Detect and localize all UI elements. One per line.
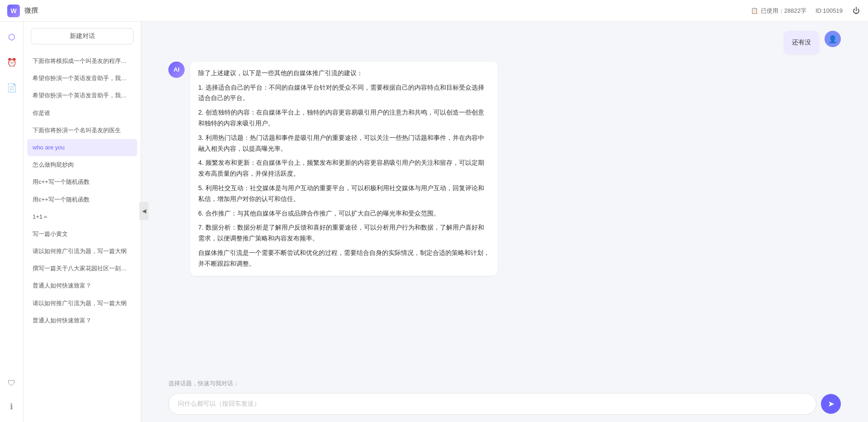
ai-message-paragraph: 除了上述建议，以下是一些其他的自媒体推广引流的建议：: [198, 68, 490, 79]
app-title: 微撰: [24, 6, 38, 15]
sidebar-conversation-item[interactable]: 写一篇小黄文: [27, 225, 137, 243]
ai-message-bubble: 除了上述建议，以下是一些其他的自媒体推广引流的建议：1. 选择适合自己的平台：不…: [190, 62, 498, 276]
user-message-bubble: 还有没: [784, 31, 819, 54]
sidebar-conversation-item[interactable]: 用c++写一个随机函数: [27, 173, 137, 191]
info-icon[interactable]: ℹ: [4, 398, 20, 415]
sidebar-conversation-item[interactable]: who are you: [27, 139, 137, 156]
sidebar-conversation-item[interactable]: 1+1＝: [27, 208, 137, 225]
ai-message-paragraph: 5. 利用社交互动：社交媒体是与用户互动的重要平台，可以积极利用社交媒体与用户互…: [198, 183, 490, 205]
sidebar-conversation-item[interactable]: 怎么做狗屁炒肉: [27, 156, 137, 173]
ai-message-paragraph: 1. 选择适合自己的平台：不同的自媒体平台针对的受众不同，需要根据自己的内容特点…: [198, 82, 490, 104]
user-id: ID:100519: [816, 7, 843, 14]
icon-bar: ⬡ ⏰ 📄 🛡 ℹ: [0, 22, 24, 422]
sidebar-conversation-item[interactable]: 用c++写一个随机函数: [27, 191, 137, 208]
sidebar-conversation-item[interactable]: 希望你扮演一个英语发音助手，我提供给你...: [27, 70, 137, 87]
new-conversation-button[interactable]: 新建对话: [31, 28, 134, 44]
ai-avatar: AI: [168, 62, 185, 78]
ai-message-paragraph: 4. 频繁发布和更新：在自媒体平台上，频繁发布和更新的内容更容易吸引用户的关注和…: [198, 158, 490, 179]
conversation-list: 下面你将模拟成一个叫圣友的程序员，我说...希望你扮演一个英语发音助手，我提供给…: [24, 51, 141, 422]
sidebar-conversation-item[interactable]: 你是谁: [27, 105, 137, 122]
ai-message-paragraph: 7. 数据分析：数据分析是了解用户反馈和喜好的重要途径，可以分析用户行为和数据，…: [198, 222, 490, 244]
app-logo: W: [7, 5, 20, 17]
user-message-text: 还有没: [792, 38, 811, 46]
main-layout: ⬡ ⏰ 📄 🛡 ℹ 新建对话 下面你将模拟成一个叫圣友的程序员，我说...希望你…: [0, 22, 868, 422]
ai-message-paragraph: 6. 合作推广：与其他自媒体平台或品牌合作推广，可以扩大自己的曝光率和受众范围。: [198, 208, 490, 219]
shield-icon[interactable]: 🛡: [4, 375, 20, 391]
power-button[interactable]: ⏻: [852, 6, 861, 15]
sidebar-item-clock[interactable]: ⏰: [4, 54, 20, 71]
sidebar-item-document[interactable]: 📄: [4, 80, 20, 96]
sidebar-conversation-item[interactable]: 请以如何推广引流为题，写一篇大纲: [27, 243, 137, 260]
ai-message-paragraph: 2. 创造独特的内容：在自媒体平台上，独特的内容更容易吸引用户的注意力和共鸣，可…: [198, 107, 490, 129]
sidebar-conversation-item[interactable]: 希望你扮演一个英语发音助手，我提供给你...: [27, 87, 137, 104]
message-row: AI 除了上述建议，以下是一些其他的自媒体推广引流的建议：1. 选择适合自己的平…: [168, 62, 841, 276]
header: W 微撰 📋 已使用：28822字 ID:100519 ⏻: [0, 0, 868, 22]
usage-display: 📋 已使用：28822字: [751, 7, 806, 15]
sidebar-conversation-item[interactable]: 请以如何推广引流为题，写一篇大纲: [27, 295, 137, 312]
sidebar-collapse-button[interactable]: ◀: [139, 202, 148, 220]
input-area: 问什么都可以（按回车发送） ➤: [141, 389, 868, 422]
sidebar-conversation-item[interactable]: 下面你将模拟成一个叫圣友的程序员，我说...: [27, 53, 137, 70]
chat-messages: 👤 还有没 AI 除了上述建议，以下是一些其他的自媒体推广引流的建议：1. 选择…: [141, 22, 868, 375]
send-icon: ➤: [828, 399, 835, 409]
sidebar-conversation-item[interactable]: 普通人如何快速致富？: [27, 312, 137, 329]
sidebar-item-home[interactable]: ⬡: [4, 29, 20, 45]
sidebar: 新建对话 下面你将模拟成一个叫圣友的程序员，我说...希望你扮演一个英语发音助手…: [24, 22, 141, 422]
sidebar-conversation-item[interactable]: 下面你将扮演一个名叫圣友的医生: [27, 122, 137, 139]
sidebar-conversation-item[interactable]: 撰写一篇关于八大家花园社区一刻钟便民生...: [27, 260, 137, 277]
chat-area: 👤 还有没 AI 除了上述建议，以下是一些其他的自媒体推广引流的建议：1. 选择…: [141, 22, 868, 422]
ai-message-paragraph: 自媒体推广引流是一个需要不断尝试和优化的过程，需要结合自身的实际情况，制定合适的…: [198, 248, 490, 269]
usage-label: 已使用：28822字: [761, 7, 806, 15]
quick-topics-label: 选择话题，快速与我对话：: [141, 375, 868, 389]
header-left: W 微撰: [7, 5, 38, 17]
sidebar-conversation-item[interactable]: 普通人如何快速致富？: [27, 277, 137, 294]
message-row: 👤 还有没: [168, 31, 841, 54]
header-right: 📋 已使用：28822字 ID:100519 ⏻: [751, 6, 861, 15]
ai-message-paragraph: 3. 利用热门话题：热门话题和事件是吸引用户的重要途径，可以关注一些热门话题和事…: [198, 133, 490, 154]
usage-icon: 📋: [751, 7, 758, 14]
user-avatar: 👤: [825, 31, 841, 47]
send-button[interactable]: ➤: [821, 394, 841, 414]
chat-input[interactable]: 问什么都可以（按回车发送）: [168, 393, 816, 415]
